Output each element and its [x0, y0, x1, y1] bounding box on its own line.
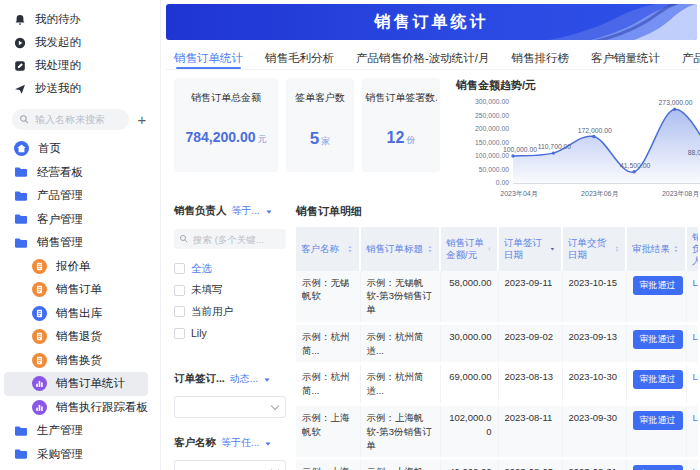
sidebar-item-production-mgmt[interactable]: 生产管理	[4, 419, 148, 443]
table-row: 示例：无锡帆软示例：无锡帆软-第3份销售订单58,000.002023-09-1…	[296, 271, 698, 324]
column-header-3[interactable]: 订单签订日期	[498, 227, 562, 271]
cell: 示例：杭州简...	[296, 323, 360, 364]
sidebar-item-sales-return[interactable]: 销售退货	[4, 325, 148, 349]
owner-link[interactable]: Lily	[693, 371, 699, 382]
owner-link[interactable]: Lily	[693, 277, 699, 288]
sidebar-item-quotation[interactable]: 报价单	[4, 255, 148, 279]
folder-icon	[14, 165, 28, 179]
filter-sales-owner-operator[interactable]: 等于...	[232, 204, 260, 218]
doc-icon	[32, 353, 47, 368]
caret-down-icon[interactable]	[265, 202, 273, 220]
filter-option-1[interactable]: 未填写	[174, 280, 286, 302]
filter-customer-select[interactable]	[174, 460, 286, 470]
cell: 2023-09-30	[562, 404, 626, 458]
filter-option-0[interactable]: 全选	[174, 258, 286, 280]
filter-sign-date-header: 订单签订... 动态...	[174, 370, 286, 388]
sidebar-item-customer-mgmt[interactable]: 客户管理	[4, 208, 148, 232]
quick-item-cc-to-me[interactable]: 抄送我的	[0, 77, 160, 100]
sidebar-item-product-mgmt[interactable]: 产品管理	[4, 184, 148, 208]
checkbox[interactable]	[174, 263, 185, 274]
quick-item-my-processed[interactable]: 我处理的	[0, 54, 160, 77]
tab-1[interactable]: 销售毛利分析	[265, 51, 334, 69]
filter-option-label: 全选	[191, 262, 212, 276]
filter-sign-date-operator[interactable]: 动态...	[230, 372, 258, 386]
stat-unit: 元	[258, 134, 267, 144]
column-header-6[interactable]: 销售负责人	[686, 227, 698, 271]
column-header-inner: 客户名称	[301, 243, 354, 255]
approval-status-button[interactable]: 审批通过	[633, 465, 683, 470]
caret-down-icon[interactable]	[264, 434, 272, 452]
approval-status-button[interactable]: 审批通过	[633, 276, 683, 295]
sidebar-item-business-dashboard[interactable]: 经营看板	[4, 161, 148, 185]
sidebar-search-input[interactable]	[35, 114, 121, 125]
stat-card-2: 销售订单签署数...12份	[362, 78, 440, 172]
filter-customer-operator[interactable]: 等于任...	[221, 436, 259, 450]
cell: 审批通过	[626, 271, 686, 324]
column-header-0[interactable]: 客户名称	[296, 227, 360, 271]
sidebar-item-home[interactable]: 首页	[4, 137, 148, 161]
tab-0[interactable]: 销售订单统计	[174, 51, 243, 69]
chart-icon	[32, 400, 47, 415]
cell: 30,000.00	[440, 323, 498, 364]
filter-search-input[interactable]	[193, 234, 273, 245]
app-window: 我的待办我发起的我处理的抄送我的 + 首页经营看板产品管理客户管理销售管理报价单…	[0, 0, 700, 470]
doc-icon	[32, 329, 47, 344]
filter-option-2[interactable]: 当前用户	[174, 301, 286, 323]
approval-status-button[interactable]: 审批通过	[633, 370, 683, 389]
column-header-2[interactable]: 销售订单金额/元	[440, 227, 498, 271]
sidebar-item-sales-order[interactable]: 销售订单	[4, 278, 148, 302]
folder-icon	[14, 424, 28, 438]
cell: 102,000.00	[440, 404, 498, 458]
table-row: 示例：杭州简...示例：杭州简道...30,000.002023-09-0220…	[296, 323, 698, 364]
folder-icon	[14, 189, 28, 203]
cell: 示例：上海帆软-第2份销售订单	[360, 459, 440, 470]
sidebar: 我的待办我发起的我处理的抄送我的 + 首页经营看板产品管理客户管理销售管理报价单…	[0, 0, 161, 470]
tab-2[interactable]: 产品销售价格-波动统计/月	[356, 51, 490, 69]
checkbox[interactable]	[174, 285, 185, 296]
checkbox[interactable]	[174, 306, 185, 317]
filter-option-3[interactable]: Lily	[174, 323, 286, 345]
column-header-label: 审批结果	[632, 243, 670, 255]
cell: 58,000.00	[440, 271, 498, 324]
column-header-label: 销售订单金额/元	[446, 237, 485, 261]
sidebar-item-sales-order-stats[interactable]: 销售订单统计	[4, 372, 148, 396]
column-header-5[interactable]: 审批结果	[626, 227, 686, 271]
filter-sign-date-select[interactable]	[174, 396, 286, 418]
column-header-4[interactable]: 订单交货日期	[562, 227, 626, 271]
add-button[interactable]: +	[132, 110, 152, 130]
stat-value-number: 12	[387, 129, 405, 146]
quick-item-my-initiated[interactable]: 我发起的	[0, 31, 160, 54]
sidebar-search-box[interactable]	[12, 109, 129, 130]
doc-icon	[32, 282, 47, 297]
approval-status-button[interactable]: 审批通过	[633, 330, 683, 349]
owner-link[interactable]: Lily	[693, 466, 699, 470]
stat-value-number: 5	[310, 129, 319, 148]
cell: 审批通过	[626, 364, 686, 405]
stat-label: 销售订单签署数...	[365, 91, 437, 105]
svg-text:110,700.00: 110,700.00	[538, 143, 572, 150]
sidebar-item-sales-tracking-board[interactable]: 销售执行跟踪看板	[4, 396, 148, 420]
filter-option-label: 当前用户	[191, 305, 233, 319]
sidebar-item-inventory-mgmt[interactable]: 库存管理	[4, 466, 148, 470]
sidebar-item-purchase-mgmt[interactable]: 采购管理	[4, 443, 148, 467]
owner-link[interactable]: Lily	[693, 331, 699, 342]
caret-down-icon[interactable]	[263, 370, 271, 388]
bell-icon	[14, 14, 26, 26]
column-header-inner: 销售订单标题	[366, 243, 434, 255]
approval-status-button[interactable]: 审批通过	[633, 411, 683, 430]
sidebar-item-sales-mgmt[interactable]: 销售管理	[4, 231, 148, 255]
column-header-1[interactable]: 销售订单标题	[360, 227, 440, 271]
tab-5[interactable]: 产品销量统计	[682, 51, 700, 69]
filter-search-box[interactable]	[174, 229, 286, 249]
sidebar-item-label: 销售退货	[56, 329, 102, 344]
quick-item-my-todo[interactable]: 我的待办	[0, 8, 160, 31]
tab-3[interactable]: 销售排行榜	[512, 51, 570, 69]
sidebar-quick-items: 我的待办我发起的我处理的抄送我的	[0, 8, 160, 100]
tab-4[interactable]: 客户销量统计	[591, 51, 660, 69]
sidebar-item-sales-exchange[interactable]: 销售换货	[4, 349, 148, 373]
checkbox[interactable]	[174, 328, 185, 339]
sidebar-item-sales-outbound[interactable]: 销售出库	[4, 302, 148, 326]
owner-link[interactable]: Lily	[693, 412, 699, 423]
cell: 审批通过	[626, 404, 686, 458]
banner-wave-decoration	[522, 4, 697, 40]
